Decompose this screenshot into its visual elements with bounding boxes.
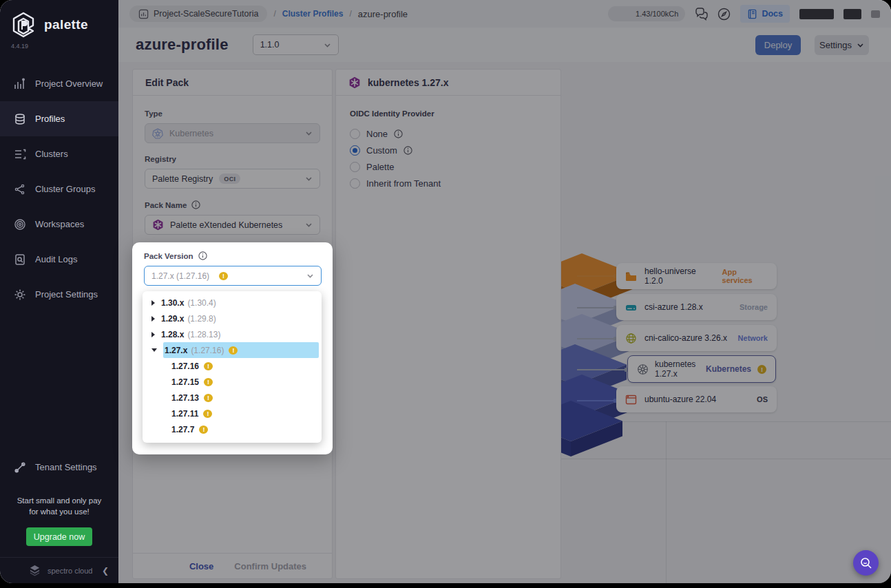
sidebar-item-label: Project Overview xyxy=(35,78,103,89)
caret-right-icon[interactable] xyxy=(151,332,155,337)
brand-footer-text: spectro cloud xyxy=(48,567,92,575)
version-option-1-27-7[interactable]: 1.27.7 ! xyxy=(143,421,322,437)
sidebar-item-profiles[interactable]: Profiles xyxy=(0,101,118,136)
promo-text: Start small and only pay for what you us… xyxy=(0,495,118,518)
pack-version-label: Pack Version xyxy=(144,251,322,260)
pack-version-spotlight-card: Pack Version 1.27.x (1.27.16) ! 1.30.x (… xyxy=(132,242,333,454)
chevron-down-icon xyxy=(306,272,314,280)
version-option-1-27-16[interactable]: 1.27.16 ! xyxy=(143,358,322,374)
sidebar-item-clusters[interactable]: Clusters xyxy=(0,136,118,171)
sidebar: palette 4.4.19 Project Overview Profiles… xyxy=(0,0,118,583)
sidebar-item-project-settings[interactable]: Project Settings xyxy=(0,277,118,312)
caret-right-icon[interactable] xyxy=(151,300,155,306)
pack-version-dropdown: 1.30.x (1.30.4) 1.29.x (1.29.8) 1.28.x (… xyxy=(143,291,322,443)
warning-icon: ! xyxy=(204,362,213,370)
warning-icon: ! xyxy=(203,410,212,418)
sidebar-item-tenant-settings[interactable]: Tenant Settings xyxy=(0,452,118,483)
sidebar-nav: Project Overview Profiles Clusters Clust… xyxy=(0,66,118,312)
sidebar-item-label: Workspaces xyxy=(35,219,84,229)
info-icon[interactable] xyxy=(198,251,207,260)
app-version: 4.4.19 xyxy=(0,40,118,50)
clusters-icon xyxy=(14,148,26,160)
sidebar-item-cluster-groups[interactable]: Cluster Groups xyxy=(0,171,118,207)
upgrade-now-button[interactable]: Upgrade now xyxy=(26,527,92,546)
sidebar-item-label: Project Settings xyxy=(35,289,98,300)
version-group-1-28[interactable]: 1.28.x (1.28.13) xyxy=(143,326,322,342)
sidebar-item-audit-logs[interactable]: Audit Logs xyxy=(0,242,118,277)
warning-icon: ! xyxy=(199,426,208,434)
warning-icon: ! xyxy=(204,378,213,386)
sidebar-item-workspaces[interactable]: Workspaces xyxy=(0,207,118,242)
caret-down-icon[interactable] xyxy=(151,348,157,352)
tools-icon xyxy=(14,461,26,474)
sidebar-item-label: Audit Logs xyxy=(35,254,77,264)
caret-right-icon[interactable] xyxy=(151,316,155,322)
version-option-1-27-13[interactable]: 1.27.13 ! xyxy=(143,390,322,406)
audit-logs-icon xyxy=(14,253,26,266)
version-option-1-27-11[interactable]: 1.27.11 ! xyxy=(143,406,322,421)
version-group-1-29[interactable]: 1.29.x (1.29.8) xyxy=(143,311,322,326)
sidebar-collapse-chevron[interactable]: ❮ xyxy=(102,566,109,576)
backdrop: palette 4.4.19 Project Overview Profiles… xyxy=(0,0,891,588)
warning-icon: ! xyxy=(229,346,238,355)
warning-icon: ! xyxy=(219,272,228,280)
version-group-1-27-selected[interactable]: 1.27.x (1.27.16) ! xyxy=(143,342,322,358)
profiles-icon xyxy=(14,113,26,125)
app-logo-text: palette xyxy=(44,17,88,32)
workspaces-icon xyxy=(14,218,26,231)
sidebar-item-label: Cluster Groups xyxy=(35,184,95,194)
magnifier-icon xyxy=(859,556,873,570)
sidebar-item-label: Clusters xyxy=(35,149,68,159)
version-group-1-30[interactable]: 1.30.x (1.30.4) xyxy=(143,295,322,311)
sidebar-item-label: Profiles xyxy=(35,114,65,124)
app-window: palette 4.4.19 Project Overview Profiles… xyxy=(0,0,891,583)
version-option-1-27-15[interactable]: 1.27.15 ! xyxy=(143,374,322,390)
pack-version-value: 1.27.x (1.27.16) xyxy=(151,271,209,281)
pack-version-select[interactable]: 1.27.x (1.27.16) ! xyxy=(144,266,322,286)
warning-icon: ! xyxy=(204,394,213,402)
gear-icon xyxy=(14,288,26,301)
sidebar-item-project-overview[interactable]: Project Overview xyxy=(0,66,118,101)
cluster-groups-icon xyxy=(14,183,26,196)
chart-icon xyxy=(14,78,26,90)
spectro-cloud-logo-icon xyxy=(29,565,41,576)
palette-logo-icon xyxy=(10,11,37,39)
resource-search-fab[interactable] xyxy=(853,550,879,576)
sidebar-item-label: Tenant Settings xyxy=(35,462,97,472)
